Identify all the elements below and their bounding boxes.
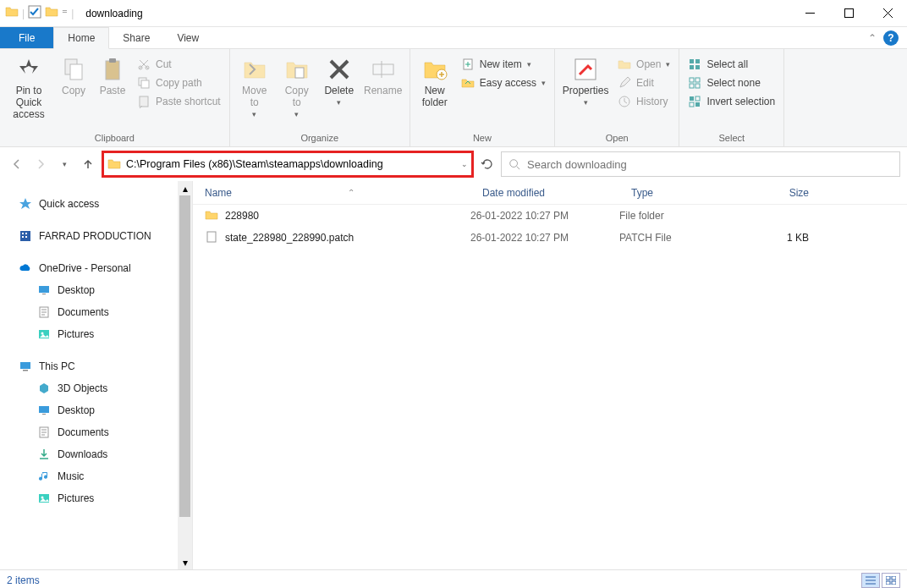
collapse-ribbon-icon[interactable]: ⌃ <box>868 32 877 44</box>
paste-shortcut-button[interactable]: Paste shortcut <box>135 93 223 110</box>
column-headers[interactable]: Name⌃ Date modified Type Size <box>193 181 907 205</box>
svg-rect-27 <box>690 102 694 107</box>
maximize-button[interactable] <box>829 0 868 26</box>
search-input[interactable] <box>527 158 893 171</box>
pin-to-quick-access-button[interactable]: Pin to Quick access <box>3 54 54 120</box>
close-button[interactable] <box>868 0 907 26</box>
history-label: History <box>636 96 668 107</box>
navpane-scrollbar[interactable]: ▴ ▾ <box>178 181 192 569</box>
view-thumbnails-button[interactable] <box>882 573 900 588</box>
address-bar[interactable]: ⌄ <box>102 151 474 178</box>
scroll-up-icon[interactable]: ▴ <box>178 181 192 195</box>
forward-button[interactable] <box>30 154 51 174</box>
status-text: 2 items <box>7 574 40 586</box>
recent-locations-button[interactable]: ▾ <box>54 154 74 174</box>
paste-shortcut-label: Paste shortcut <box>156 96 221 107</box>
tab-home[interactable]: Home <box>53 27 109 49</box>
up-button[interactable] <box>78 154 98 174</box>
svg-rect-51 <box>892 581 896 585</box>
address-dropdown[interactable]: ⌄ <box>461 160 468 168</box>
svg-rect-24 <box>695 84 700 88</box>
view-details-button[interactable] <box>861 573 880 588</box>
back-button[interactable] <box>7 154 27 174</box>
refresh-button[interactable] <box>477 154 497 174</box>
svg-rect-9 <box>141 80 149 88</box>
svg-rect-49 <box>892 576 896 580</box>
scroll-thumb[interactable] <box>179 195 190 517</box>
copy-button[interactable]: Copy <box>54 54 93 96</box>
svg-rect-10 <box>140 96 148 107</box>
paste-button[interactable]: Paste <box>93 54 132 96</box>
group-clipboard-label: Clipboard <box>3 133 226 145</box>
history-button[interactable]: History <box>616 93 672 110</box>
nav-quick-access[interactable]: Quick access <box>0 193 192 215</box>
nav-pc-documents[interactable]: Documents <box>0 421 192 443</box>
nav-this-pc[interactable]: This PC <box>0 355 192 377</box>
move-to-button[interactable]: Move to▾ <box>234 54 276 118</box>
nav-label: Documents <box>58 306 109 318</box>
paste-label: Paste <box>100 85 126 96</box>
nav-label: Desktop <box>58 284 95 296</box>
copy-to-button[interactable]: Copy to▾ <box>276 54 318 118</box>
nav-pc-desktop[interactable]: Desktop <box>0 399 192 421</box>
navigation-pane[interactable]: Quick access FARRAD PRODUCTION OneDrive … <box>0 181 193 569</box>
svg-rect-32 <box>25 233 27 234</box>
svg-rect-3 <box>70 64 82 80</box>
nav-od-pictures[interactable]: Pictures <box>0 323 192 345</box>
qat-dropdown[interactable]: ⁼ <box>62 7 68 19</box>
svg-rect-21 <box>690 78 694 82</box>
nav-pc-music[interactable]: Music <box>0 465 192 487</box>
svg-rect-19 <box>690 65 694 69</box>
col-size[interactable]: Size <box>741 187 826 199</box>
svg-rect-26 <box>695 96 700 101</box>
nav-label: FARRAD PRODUCTION <box>39 230 151 242</box>
nav-3d-objects[interactable]: 3D Objects <box>0 377 192 399</box>
new-item-button[interactable]: New item ▾ <box>459 56 547 73</box>
edit-button[interactable]: Edit <box>616 74 672 91</box>
easy-access-button[interactable]: Easy access ▾ <box>459 74 547 91</box>
search-box[interactable] <box>501 151 900 177</box>
help-icon[interactable]: ? <box>883 30 899 46</box>
file-type: File folder <box>619 210 741 222</box>
delete-button[interactable]: Delete▾ <box>318 54 360 107</box>
address-input[interactable] <box>126 158 456 170</box>
checkbox-icon[interactable] <box>28 5 41 21</box>
svg-rect-47 <box>207 232 216 242</box>
nav-label: Music <box>58 470 84 482</box>
open-button[interactable]: Open ▾ <box>616 56 672 73</box>
invert-selection-button[interactable]: Invert selection <box>686 93 777 110</box>
cut-button[interactable]: Cut <box>135 56 223 73</box>
svg-rect-34 <box>25 236 27 238</box>
properties-button[interactable]: Properties▾ <box>558 54 613 107</box>
properties-label: Properties <box>563 85 609 96</box>
table-row[interactable]: 22898026-01-2022 10:27 PMFile folder <box>193 205 907 227</box>
file-menu[interactable]: File <box>0 27 53 48</box>
nav-label: Pictures <box>58 328 94 340</box>
svg-rect-41 <box>23 370 28 371</box>
col-type[interactable]: Type <box>619 187 741 199</box>
svg-rect-17 <box>690 59 694 63</box>
svg-rect-1 <box>844 9 853 18</box>
col-date[interactable]: Date modified <box>470 187 619 199</box>
nav-onedrive[interactable]: OneDrive - Personal <box>0 257 192 279</box>
nav-label: This PC <box>39 360 75 372</box>
select-none-button[interactable]: Select none <box>686 74 777 91</box>
col-name[interactable]: Name <box>205 187 232 199</box>
copy-path-button[interactable]: Copy path <box>135 74 223 91</box>
nav-farrad[interactable]: FARRAD PRODUCTION <box>0 225 192 247</box>
nav-od-documents[interactable]: Documents <box>0 301 192 323</box>
tab-share[interactable]: Share <box>109 27 163 48</box>
rename-button[interactable]: Rename <box>360 54 406 96</box>
scroll-down-icon[interactable]: ▾ <box>178 555 192 569</box>
new-folder-button[interactable]: New folder <box>414 54 456 108</box>
nav-pc-downloads[interactable]: Downloads <box>0 443 192 465</box>
tab-view[interactable]: View <box>163 27 212 48</box>
nav-od-desktop[interactable]: Desktop <box>0 279 192 301</box>
select-all-button[interactable]: Select all <box>686 56 777 73</box>
nav-label: OneDrive - Personal <box>39 262 131 274</box>
nav-pc-pictures[interactable]: Pictures <box>0 487 192 509</box>
table-row[interactable]: state_228980_228990.patch26-01-2022 10:2… <box>193 227 907 249</box>
svg-rect-31 <box>22 233 24 234</box>
file-name: state_228980_228990.patch <box>225 232 354 244</box>
minimize-button[interactable] <box>790 0 829 26</box>
